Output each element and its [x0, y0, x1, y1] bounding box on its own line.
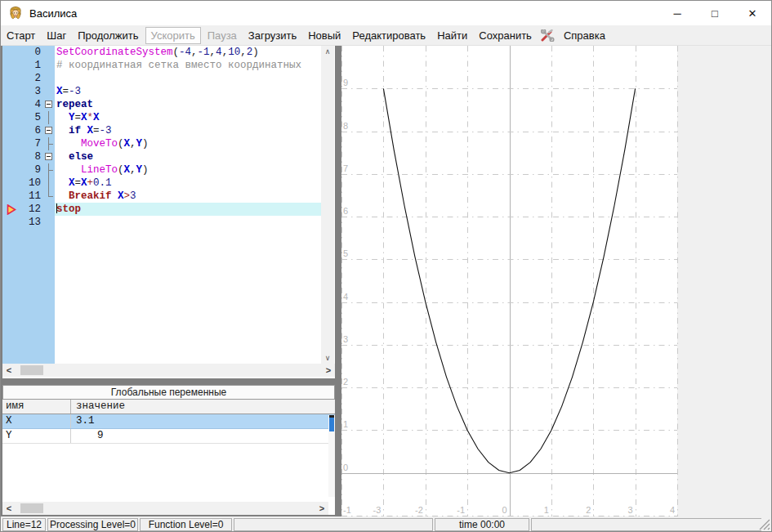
code-line[interactable] [55, 216, 321, 229]
menu-item-step[interactable]: Шаг [41, 27, 72, 44]
title-bar: Василиса ─ □ ✕ [1, 1, 771, 25]
column-header-value: значение [71, 400, 335, 414]
x-tick-label: 2 [586, 505, 591, 515]
variables-vertical-scrollbar[interactable] [328, 415, 335, 497]
code-line[interactable]: Breakif X>3 [55, 190, 321, 203]
code-line[interactable]: SetCoordinateSystem(-4,-1,4,10,2) [55, 46, 321, 59]
gutter-row[interactable]: 6 [2, 124, 55, 137]
variable-row[interactable]: X3.1 [2, 414, 335, 429]
variable-row[interactable]: Y9 [2, 429, 335, 444]
close-button[interactable]: ✕ [734, 1, 771, 25]
menu-item-accelerate[interactable]: Ускорить [145, 27, 201, 44]
x-tick-label: -1 [457, 505, 465, 515]
graph-panel: -10123456789-3-2-101234 [341, 46, 772, 516]
scroll-left-icon[interactable]: < [2, 365, 16, 375]
x-tick-label: 0 [502, 505, 506, 515]
gutter-row[interactable]: 1 [2, 59, 55, 72]
code-editor[interactable]: 012345678910111213 SetCoordinateSystem(-… [2, 46, 335, 378]
menu-item-edit[interactable]: Редактировать [346, 27, 431, 44]
fold-collapse-icon[interactable] [43, 98, 55, 111]
tools-icon[interactable] [538, 29, 558, 42]
menu-item-pause[interactable]: Пауза [202, 27, 243, 44]
fold-collapse-icon[interactable] [43, 124, 55, 137]
menu-item-help[interactable]: Справка [558, 27, 611, 44]
variables-table-body: X3.1Y9 [2, 414, 335, 444]
variable-name: Y [2, 429, 71, 443]
scrollbar-thumb[interactable] [20, 503, 43, 513]
menu-item-start[interactable]: Старт [1, 27, 41, 44]
y-tick-label: 6 [343, 206, 348, 216]
x-tick-label: 3 [628, 505, 633, 515]
y-tick-label: 1 [343, 419, 348, 429]
gutter-row[interactable]: 8 [2, 150, 55, 163]
minimize-button[interactable]: ─ [658, 1, 696, 25]
execution-pointer-icon [7, 204, 16, 215]
code-line[interactable]: repeat [55, 98, 321, 111]
editor-gutter: 012345678910111213 [2, 46, 55, 364]
fold-guide [43, 137, 55, 150]
plot-canvas: -10123456789-3-2-101234 [341, 46, 772, 516]
variable-name: X [2, 414, 71, 428]
x-tick-label: 4 [670, 505, 675, 515]
window-controls: ─ □ ✕ [658, 1, 771, 25]
scroll-up-icon[interactable]: ∧ [321, 46, 334, 57]
code-line[interactable]: # координатная сетка вместо координатных [55, 59, 321, 72]
code-line[interactable] [55, 72, 321, 85]
code-line-current[interactable]: stop [55, 203, 321, 216]
menu-item-continue[interactable]: Продолжить [72, 27, 144, 44]
gutter-row[interactable]: 3 [2, 85, 55, 98]
gutter-row[interactable]: 7 [2, 137, 55, 150]
gutter-row[interactable]: 10 [2, 177, 55, 190]
y-tick-label: 5 [343, 248, 348, 258]
fold-guide [43, 177, 55, 190]
fold-guide [43, 59, 55, 72]
fold-guide [43, 190, 55, 203]
global-variables-panel: Глобальные переменные имя значение X3.1Y… [2, 385, 335, 515]
code-line[interactable]: Y=X*X [55, 111, 321, 124]
menu-item-load[interactable]: Загрузить [243, 27, 302, 44]
gutter-row[interactable]: 9 [2, 163, 55, 177]
status-bar: Line=12Processing Level=0Function Level=… [1, 516, 771, 532]
variables-horizontal-scrollbar[interactable]: < > [2, 502, 328, 515]
gutter-row[interactable]: 4 [2, 98, 55, 111]
menu-item-save[interactable]: Сохранить [473, 27, 538, 44]
fold-guide [43, 203, 55, 216]
y-tick-label: 7 [343, 163, 348, 173]
menu-item-new[interactable]: Новый [302, 27, 346, 44]
editor-code-area[interactable]: SetCoordinateSystem(-4,-1,4,10,2)# коорд… [55, 46, 321, 364]
editor-horizontal-scrollbar[interactable]: < > [2, 364, 335, 377]
app-window: Василиса ─ □ ✕ СтартШагПродолжитьУскорит… [0, 0, 772, 532]
code-line[interactable]: if X=-3 [55, 124, 321, 137]
y-tick-label: 4 [343, 292, 348, 302]
gutter-row[interactable]: 13 [2, 216, 55, 229]
code-line[interactable]: else [55, 150, 321, 163]
code-line[interactable]: X=X+0.1 [55, 177, 321, 190]
line-number: 7 [2, 138, 43, 150]
code-line[interactable]: X=-3 [55, 85, 321, 98]
code-line[interactable]: MoveTo(X,Y) [55, 137, 321, 150]
line-number: 10 [2, 177, 43, 189]
x-tick-label: -3 [373, 505, 382, 515]
resize-grip-icon[interactable] [759, 519, 770, 530]
scrollbar-thumb[interactable] [329, 415, 334, 431]
scrollbar-thumb[interactable] [20, 365, 43, 375]
status-panel-function-level: Function Level=0 [140, 518, 232, 531]
gutter-row[interactable]: 11 [2, 190, 55, 203]
line-number: 13 [2, 217, 43, 228]
code-line[interactable]: LineTo(X,Y) [55, 163, 321, 177]
maximize-button[interactable]: □ [696, 1, 734, 25]
fold-collapse-icon[interactable] [43, 150, 55, 163]
scroll-down-icon[interactable]: ∨ [321, 352, 334, 364]
gutter-row[interactable]: 5 [2, 111, 55, 124]
line-number: 6 [2, 125, 43, 136]
menu-item-find[interactable]: Найти [431, 27, 473, 44]
scroll-left-icon[interactable]: < [2, 503, 16, 513]
y-tick-label: 3 [343, 334, 348, 344]
gutter-row[interactable]: 0 [2, 46, 55, 59]
app-icon [8, 6, 23, 20]
gutter-row[interactable]: 2 [2, 72, 55, 85]
menu-bar: СтартШагПродолжитьУскоритьПаузаЗагрузить… [1, 25, 771, 46]
editor-vertical-scrollbar[interactable]: ∧ ∨ [321, 46, 334, 364]
scroll-right-icon[interactable]: > [322, 365, 335, 375]
scroll-right-icon[interactable]: > [315, 503, 328, 513]
